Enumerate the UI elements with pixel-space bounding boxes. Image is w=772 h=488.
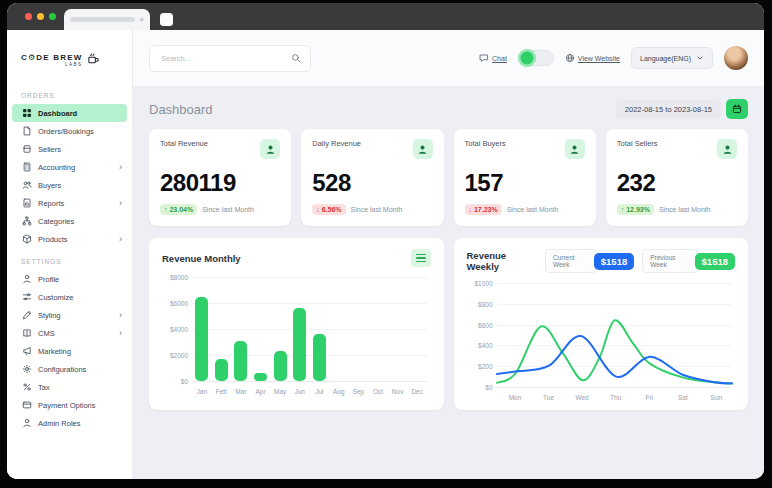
browser-tab[interactable]: × xyxy=(64,9,150,30)
x-axis-tick: Sat xyxy=(678,394,688,401)
stat-card-daily-revenue: Daily Revenue528↓ 6.56%Since last Month xyxy=(301,129,443,226)
megaphone-icon xyxy=(21,346,32,357)
x-axis-tick: Oct xyxy=(373,388,383,395)
search-box[interactable] xyxy=(149,45,311,72)
section-label-orders: ORDERS xyxy=(21,92,132,99)
y-axis-tick: $400 xyxy=(467,342,493,349)
x-axis-tick: Tue xyxy=(543,394,554,401)
window-controls xyxy=(7,3,64,30)
sidebar-item-label: Buyers xyxy=(38,181,61,190)
gridline xyxy=(497,387,732,388)
sidebar-item-reports[interactable]: Reports› xyxy=(12,194,127,212)
zoom-window-button[interactable] xyxy=(49,13,56,20)
chevron-right-icon: › xyxy=(119,163,122,172)
sidebar-item-buyers[interactable]: Buyers xyxy=(12,176,127,194)
view-website-link[interactable]: View Website xyxy=(565,53,620,63)
status-toggle[interactable] xyxy=(518,50,554,66)
main-area: Chat View Website Language(ENG) xyxy=(133,30,764,479)
y-axis-tick: $800 xyxy=(467,300,493,307)
hamburger-menu-icon[interactable] xyxy=(411,249,431,267)
tab-close-icon[interactable]: × xyxy=(139,16,144,24)
sidebar-item-label: Configurations xyxy=(38,365,86,374)
minimize-window-button[interactable] xyxy=(37,13,44,20)
sidebar-item-label: Tax xyxy=(38,383,50,392)
chart-header: Revenue WeeklyCurrent Week$1518Previous … xyxy=(467,249,736,273)
stat-value: 280119 xyxy=(160,169,280,197)
sidebar-item-marketing[interactable]: Marketing xyxy=(12,342,127,360)
logo-text: C⚙DE BREW LABS xyxy=(21,54,83,68)
logo-subtext: LABS xyxy=(21,63,83,68)
x-axis-tick: Apr xyxy=(255,388,265,395)
chat-link[interactable]: Chat xyxy=(479,53,507,63)
sidebar-item-tax[interactable]: Tax xyxy=(12,378,127,396)
sidebar-item-categories[interactable]: Categories xyxy=(12,212,127,230)
stat-card-header: Total Buyers xyxy=(465,139,585,159)
stat-cards: Total Revenue280119↑ 23.04%Since last Mo… xyxy=(149,129,748,226)
stat-card-total-sellers: Total Sellers232↑ 12.93%Since last Month xyxy=(606,129,748,226)
sidebar-item-label: Customize xyxy=(38,293,73,302)
line-chart-canvas xyxy=(497,283,732,387)
stat-footer: ↓ 17.23%Since last Month xyxy=(465,204,585,215)
search-input[interactable] xyxy=(159,53,285,64)
gridline xyxy=(192,329,427,330)
gridline xyxy=(192,277,427,278)
chart-title: Revenue Weekly xyxy=(467,250,539,272)
topbar: Chat View Website Language(ENG) xyxy=(133,30,764,86)
legend-label: Current Week xyxy=(545,249,597,273)
sidebar-item-dashboard[interactable]: Dashboard xyxy=(12,104,127,122)
bar-feb xyxy=(215,359,228,381)
x-axis-tick: Jul xyxy=(315,388,323,395)
sidebar-item-label: Categories xyxy=(38,217,74,226)
sidebar-item-profile[interactable]: Profile xyxy=(12,270,127,288)
bar-mar xyxy=(234,341,247,381)
bar-jul xyxy=(313,334,326,381)
sidebar-item-sellers[interactable]: Sellers xyxy=(12,140,127,158)
new-tab-button[interactable] xyxy=(160,13,173,26)
language-select[interactable]: Language(ENG) xyxy=(631,47,713,69)
sidebar-item-orders-bookings[interactable]: Orders/Bookings xyxy=(12,122,127,140)
admin-icon xyxy=(21,418,32,429)
calendar-button[interactable] xyxy=(726,99,748,119)
legend-badges: Current Week$1518Previous Week$1518 xyxy=(545,249,735,273)
bar-jan xyxy=(195,297,208,382)
y-axis-tick: $2000 xyxy=(162,352,188,359)
gridline xyxy=(192,355,427,356)
date-range-value[interactable]: 2022-08-15 to 2023-08-15 xyxy=(616,100,721,119)
series-line-previous-week xyxy=(497,320,732,383)
stat-card-header: Daily Revenue xyxy=(312,139,432,159)
legend-previous-week: Previous Week$1518 xyxy=(642,249,735,273)
browser-window: × C⚙DE BREW LABS ORDERSDashboardOrders/B… xyxy=(7,3,764,479)
plot-area xyxy=(192,277,427,381)
sidebar-item-configurations[interactable]: Configurations xyxy=(12,360,127,378)
sidebar-item-payment-options[interactable]: Payment Options xyxy=(12,396,127,414)
legend-current-week: Current Week$1518 xyxy=(545,249,634,273)
sidebar-item-label: Marketing xyxy=(38,347,71,356)
x-axis-tick: Sun xyxy=(711,394,723,401)
chevron-right-icon: › xyxy=(119,311,122,320)
sidebar-item-cms[interactable]: CMS› xyxy=(12,324,127,342)
x-axis-tick: Mar xyxy=(235,388,246,395)
store-icon xyxy=(21,144,32,155)
close-window-button[interactable] xyxy=(25,13,32,20)
user-avatar[interactable] xyxy=(724,46,748,70)
sidebar-item-products[interactable]: Products› xyxy=(12,230,127,248)
y-axis-tick: $1000 xyxy=(467,280,493,287)
x-axis-tick: Dec xyxy=(411,388,423,395)
sidebar-item-label: Orders/Bookings xyxy=(38,127,94,136)
sidebar-item-label: Profile xyxy=(38,275,59,284)
pen-icon xyxy=(21,310,32,321)
user-icon xyxy=(21,274,32,285)
person-icon xyxy=(260,139,280,159)
sidebar-item-admin-roles[interactable]: Admin Roles xyxy=(12,414,127,432)
search-icon xyxy=(291,49,301,67)
calendar-icon xyxy=(732,104,742,114)
revenue-weekly-card: Revenue WeeklyCurrent Week$1518Previous … xyxy=(454,238,749,410)
x-axis-tick: Fri xyxy=(645,394,653,401)
sidebar-item-styling[interactable]: Styling› xyxy=(12,306,127,324)
stat-label: Total Revenue xyxy=(160,139,208,148)
chart-header: Revenue Monthly xyxy=(162,249,431,267)
stat-card-header: Total Revenue xyxy=(160,139,280,159)
sidebar-item-accounting[interactable]: Accounting› xyxy=(12,158,127,176)
y-axis-tick: $0 xyxy=(467,384,493,391)
sidebar-item-customize[interactable]: Customize xyxy=(12,288,127,306)
